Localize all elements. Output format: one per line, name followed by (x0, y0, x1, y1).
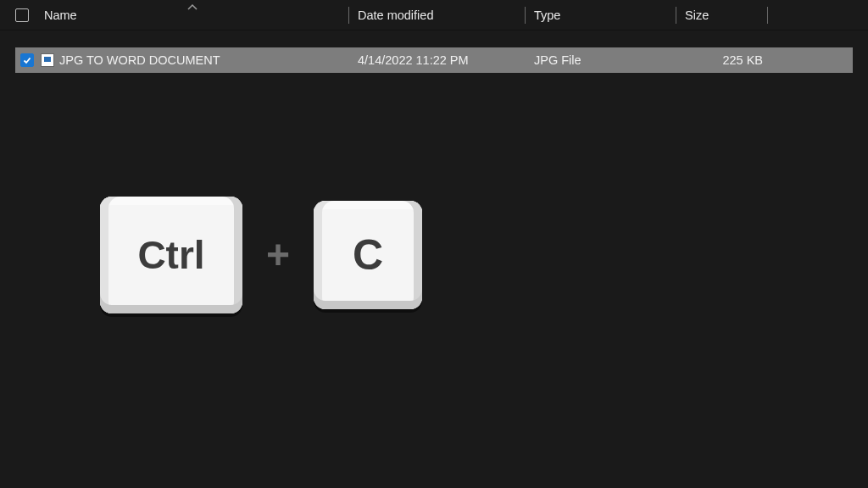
file-name: JPG TO WORD DOCUMENT (59, 53, 220, 67)
column-header-row: Name Date modified Type Size (0, 0, 868, 30)
row-checkbox[interactable] (20, 53, 34, 67)
keycap-ctrl-label: Ctrl (137, 232, 204, 278)
file-row[interactable]: JPG TO WORD DOCUMENT 4/14/2022 11:22 PM … (15, 47, 853, 73)
keycap-ctrl: Ctrl (100, 197, 242, 313)
select-all-checkbox[interactable] (15, 8, 29, 22)
sort-caret-up-icon (187, 0, 198, 13)
file-date: 4/14/2022 11:22 PM (358, 53, 469, 67)
keyboard-shortcut-overlay: Ctrl + C (100, 197, 422, 313)
jpg-file-icon (41, 53, 54, 67)
column-header-size-label: Size (685, 8, 709, 22)
column-header-date[interactable]: Date modified (349, 0, 526, 30)
select-all-cell[interactable] (15, 8, 36, 22)
row-checkbox-cell[interactable] (15, 53, 36, 67)
file-name-cell[interactable]: JPG TO WORD DOCUMENT (36, 53, 349, 67)
keycap-c-label: C (353, 230, 383, 280)
column-header-size[interactable]: Size (676, 0, 768, 30)
column-header-type-label: Type (534, 8, 560, 22)
file-type-cell: JPG File (526, 53, 676, 67)
column-header-date-label: Date modified (358, 8, 433, 22)
file-size: 225 KB (722, 53, 763, 67)
file-date-cell: 4/14/2022 11:22 PM (349, 53, 526, 67)
column-header-name[interactable]: Name (36, 0, 349, 30)
column-separator[interactable] (767, 7, 768, 24)
file-type: JPG File (534, 53, 581, 67)
column-header-type[interactable]: Type (526, 0, 676, 30)
file-list: JPG TO WORD DOCUMENT 4/14/2022 11:22 PM … (0, 30, 868, 73)
keycap-c: C (314, 201, 422, 309)
column-header-name-label: Name (44, 8, 77, 22)
file-size-cell: 225 KB (676, 53, 768, 67)
shortcut-plus: + (266, 235, 290, 275)
